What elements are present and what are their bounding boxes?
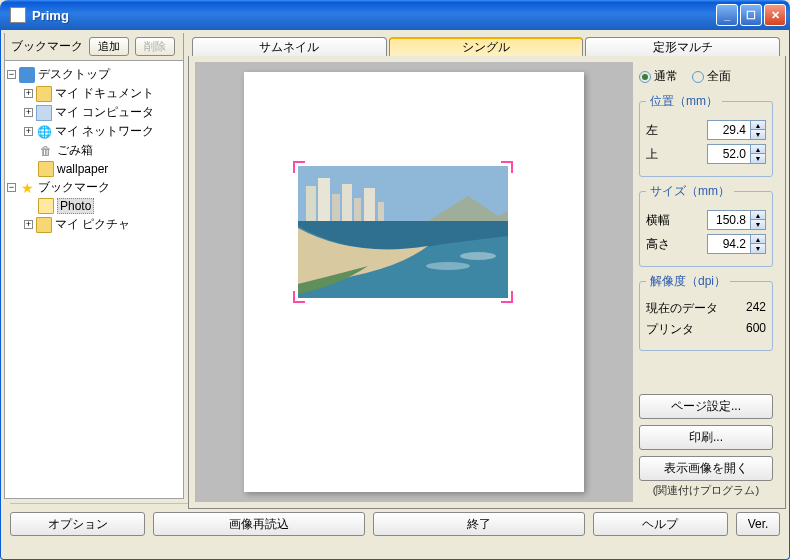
tree-node-mycomp[interactable]: + マイ コンピュータ: [7, 103, 181, 122]
position-group: 位置（mm） 左 ▲▼ 上 ▲▼: [639, 93, 773, 177]
image-selection[interactable]: [298, 166, 508, 298]
tree-node-wallpaper[interactable]: wallpaper: [7, 160, 181, 178]
folder-open-icon: [38, 198, 54, 214]
exit-button[interactable]: 終了: [373, 512, 585, 536]
mode-normal-radio[interactable]: 通常: [639, 68, 678, 85]
folder-icon: [38, 161, 54, 177]
canvas-area[interactable]: [195, 62, 633, 502]
expand-icon[interactable]: +: [24, 89, 33, 98]
crop-handle-br[interactable]: [501, 291, 513, 303]
app-icon: ◫: [10, 7, 26, 23]
expand-icon[interactable]: +: [24, 220, 33, 229]
top-spinner[interactable]: ▲▼: [707, 144, 766, 164]
trash-icon: 🗑: [38, 143, 54, 159]
options-button[interactable]: オプション: [10, 512, 145, 536]
bookmark-label: ブックマーク: [11, 38, 83, 55]
sidebar-toolbar: ブックマーク 追加 削除: [5, 33, 183, 60]
tab-multi[interactable]: 定形マルチ: [585, 37, 780, 56]
close-button[interactable]: ✕: [764, 4, 786, 26]
svg-point-10: [460, 252, 496, 260]
resolution-group: 解像度（dpi） 現在のデータ 242 プリンタ 600: [639, 273, 773, 351]
tree-node-mydocs[interactable]: + マイ ドキュメント: [7, 84, 181, 103]
spin-down[interactable]: ▼: [751, 154, 765, 163]
collapse-icon[interactable]: −: [7, 183, 16, 192]
tree-node-mynet[interactable]: + 🌐 マイ ネットワーク: [7, 122, 181, 141]
spin-up[interactable]: ▲: [751, 211, 765, 220]
tree-node-desktop[interactable]: − デスクトップ: [7, 65, 181, 84]
width-spinner[interactable]: ▲▼: [707, 210, 766, 230]
page-setup-button[interactable]: ページ設定...: [639, 394, 773, 419]
folder-icon: [36, 217, 52, 233]
computer-icon: [36, 105, 52, 121]
expand-icon[interactable]: +: [24, 108, 33, 117]
top-input[interactable]: [708, 147, 750, 161]
printer-value: 600: [746, 321, 766, 338]
tabs: サムネイル シングル 定形マルチ: [188, 33, 786, 56]
svg-point-11: [426, 262, 470, 270]
settings-panel: 通常 全面 位置（mm） 左 ▲▼: [633, 62, 779, 502]
svg-rect-9: [378, 202, 384, 221]
add-bookmark-button[interactable]: 追加: [89, 37, 129, 56]
left-label: 左: [646, 122, 658, 139]
svg-rect-3: [306, 186, 316, 221]
left-input[interactable]: [708, 123, 750, 137]
tree-node-trash[interactable]: 🗑 ごみ箱: [7, 141, 181, 160]
network-icon: 🌐: [36, 124, 52, 140]
size-legend: サイズ（mm）: [646, 183, 734, 200]
preview-image: [298, 166, 508, 298]
maximize-button[interactable]: ☐: [740, 4, 762, 26]
spin-down[interactable]: ▼: [751, 220, 765, 229]
page-preview[interactable]: [244, 72, 584, 492]
width-input[interactable]: [708, 213, 750, 227]
resolution-legend: 解像度（dpi）: [646, 273, 730, 290]
tab-single[interactable]: シングル: [389, 37, 584, 56]
main-panel: サムネイル シングル 定形マルチ: [184, 33, 786, 499]
spin-down[interactable]: ▼: [751, 244, 765, 253]
spin-down[interactable]: ▼: [751, 130, 765, 139]
svg-rect-6: [342, 184, 352, 221]
radio-checked-icon: [639, 71, 651, 83]
version-button[interactable]: Ver.: [736, 512, 780, 536]
bottom-toolbar: オプション 画像再読込 終了 ヘルプ Ver.: [4, 504, 786, 540]
height-input[interactable]: [708, 237, 750, 251]
delete-bookmark-button: 削除: [135, 37, 175, 56]
tree-node-mypics[interactable]: + マイ ピクチャ: [7, 215, 181, 234]
window-buttons: _ ☐ ✕: [716, 4, 786, 26]
svg-rect-5: [332, 194, 340, 221]
size-group: サイズ（mm） 横幅 ▲▼ 高さ ▲▼: [639, 183, 773, 267]
tree-node-photo[interactable]: Photo: [7, 197, 181, 215]
open-image-button[interactable]: 表示画像を開く: [639, 456, 773, 481]
tab-content: 通常 全面 位置（mm） 左 ▲▼: [188, 56, 786, 509]
left-spinner[interactable]: ▲▼: [707, 120, 766, 140]
titlebar: ◫ Primg _ ☐ ✕: [0, 0, 790, 30]
folder-tree: − デスクトップ + マイ ドキュメント + マイ コンピュータ: [5, 60, 183, 498]
tab-thumbnail[interactable]: サムネイル: [192, 37, 387, 56]
print-button[interactable]: 印刷...: [639, 425, 773, 450]
height-spinner[interactable]: ▲▼: [707, 234, 766, 254]
window-title: Primg: [32, 8, 716, 23]
height-label: 高さ: [646, 236, 670, 253]
svg-rect-4: [318, 178, 330, 221]
width-label: 横幅: [646, 212, 670, 229]
svg-rect-8: [364, 188, 375, 221]
crop-handle-tr[interactable]: [501, 161, 513, 173]
crop-handle-tl[interactable]: [293, 161, 305, 173]
tree-node-bookmark[interactable]: − ★ ブックマーク: [7, 178, 181, 197]
spin-up[interactable]: ▲: [751, 235, 765, 244]
current-data-value: 242: [746, 300, 766, 317]
sidebar: ブックマーク 追加 削除 − デスクトップ + マイ ドキュメント: [4, 33, 184, 499]
spin-up[interactable]: ▲: [751, 121, 765, 130]
star-icon: ★: [19, 180, 35, 196]
collapse-icon[interactable]: −: [7, 70, 16, 79]
desktop-icon: [19, 67, 35, 83]
spin-up[interactable]: ▲: [751, 145, 765, 154]
reload-image-button[interactable]: 画像再読込: [153, 512, 365, 536]
crop-handle-bl[interactable]: [293, 291, 305, 303]
mode-full-radio[interactable]: 全面: [692, 68, 731, 85]
minimize-button[interactable]: _: [716, 4, 738, 26]
radio-unchecked-icon: [692, 71, 704, 83]
help-button[interactable]: ヘルプ: [593, 512, 728, 536]
open-image-sublabel: (関連付けプログラム): [639, 483, 773, 498]
expand-icon[interactable]: +: [24, 127, 33, 136]
svg-rect-7: [354, 198, 361, 221]
